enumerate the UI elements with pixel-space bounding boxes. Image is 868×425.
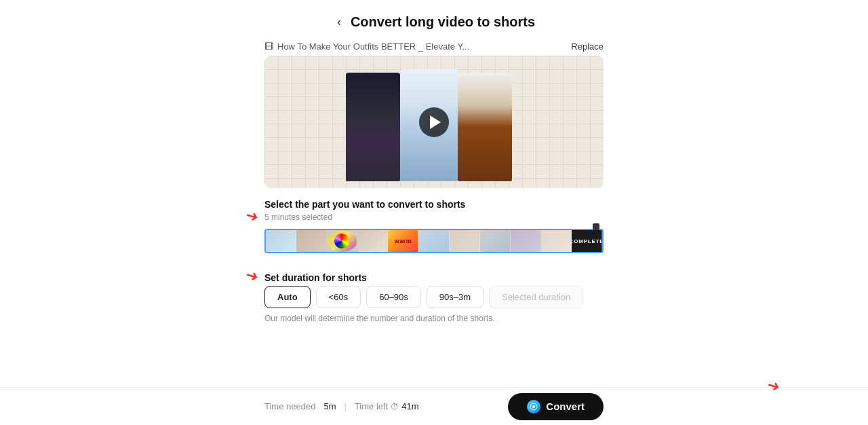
timeline-cell-6[interactable]	[418, 230, 449, 252]
video-meta: 🎞 How To Make Your Outfits BETTER _ Elev…	[264, 41, 604, 52]
page-title: Convert long video to shorts	[351, 14, 535, 30]
convert-label: Convert	[546, 401, 585, 412]
svg-point-1	[532, 405, 535, 408]
timeline-cell-3[interactable]	[327, 230, 357, 252]
arrow-select-indicator: ➜	[244, 206, 260, 227]
content-area: 🎞 How To Make Your Outfits BETTER _ Elev…	[264, 41, 604, 331]
video-filename: How To Make Your Outfits BETTER _ Elevat…	[277, 41, 469, 52]
timeline-container[interactable]: warm COMPLETE	[264, 229, 604, 263]
replace-button[interactable]: Replace	[571, 41, 604, 52]
dur-lt60-button[interactable]: <60s	[316, 286, 361, 308]
duration-label: Set duration for shorts	[264, 272, 604, 283]
timeline-cell-7[interactable]	[450, 230, 480, 252]
select-label: Select the part you want to convert to s…	[264, 199, 604, 210]
page-container: ‹ Convert long video to shorts 🎞 How To …	[0, 0, 868, 425]
sparkle-icon	[530, 403, 538, 411]
timeline-cell-1[interactable]	[266, 230, 296, 252]
timeline-scrubber-handle[interactable]	[593, 223, 599, 230]
timeline-cell-9[interactable]	[511, 230, 541, 252]
footer-bar: Time needed 5m | Time left ⏱ 41m Convert	[0, 387, 868, 425]
duration-selected: 5 minutes selected	[264, 212, 604, 222]
timeline-cell-11[interactable]: COMPLETE	[572, 230, 602, 252]
play-icon	[430, 115, 441, 129]
play-button[interactable]	[419, 107, 449, 137]
time-left-label: Time left	[355, 401, 388, 411]
timeline-strip[interactable]: warm COMPLETE	[264, 229, 604, 253]
video-thumbnail	[264, 56, 604, 188]
dur-60-90-button[interactable]: 60–90s	[366, 286, 421, 308]
footer-inner: Time needed 5m | Time left ⏱ 41m Convert	[264, 393, 604, 420]
dur-selected-button[interactable]: Selected duration	[489, 286, 583, 308]
timeline-cell-2[interactable]	[296, 230, 327, 252]
time-left: Time left ⏱ 41m	[355, 401, 419, 411]
timeline-cell-10[interactable]	[541, 230, 572, 252]
duration-buttons: Auto <60s 60–90s 90s–3m Selected duratio…	[264, 286, 604, 308]
back-button[interactable]: ‹	[333, 14, 345, 31]
timeline-cell-5[interactable]: warm	[388, 230, 418, 252]
figure-left	[346, 73, 400, 181]
time-needed-label: Time needed	[264, 401, 315, 411]
convert-button[interactable]: Convert	[508, 393, 604, 420]
film-icon: 🎞	[264, 41, 273, 52]
arrow-duration-indicator: ➜	[244, 266, 260, 287]
time-left-value: 41m	[401, 401, 418, 411]
time-divider: |	[344, 401, 346, 411]
duration-section: Set duration for shorts Auto <60s 60–90s…	[264, 272, 604, 323]
time-needed-value: 5m	[323, 401, 336, 411]
header: ‹ Convert long video to shorts	[333, 14, 535, 31]
dur-90-3m-button[interactable]: 90s–3m	[427, 286, 484, 308]
convert-btn-icon	[527, 400, 540, 413]
clock-icon: ⏱	[391, 402, 399, 411]
time-info: Time needed 5m | Time left ⏱ 41m	[264, 401, 419, 411]
model-note: Our model will determine the number and …	[264, 314, 604, 323]
select-section: Select the part you want to convert to s…	[264, 199, 604, 272]
video-filename-row: 🎞 How To Make Your Outfits BETTER _ Elev…	[264, 41, 469, 52]
timeline-cell-4[interactable]	[357, 230, 388, 252]
timeline-cell-8[interactable]	[480, 230, 511, 252]
figure-right	[458, 73, 512, 181]
dur-auto-button[interactable]: Auto	[264, 286, 311, 308]
